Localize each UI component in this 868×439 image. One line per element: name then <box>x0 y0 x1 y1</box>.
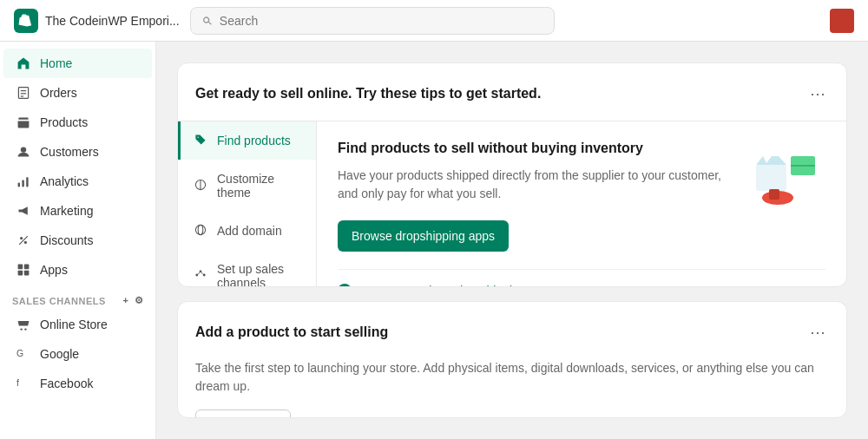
settings-sales-channel-icon[interactable]: ⚙ <box>135 295 144 306</box>
tip-cta-button[interactable]: Browse dropshipping apps <box>338 220 509 252</box>
tip-customize-label: Customize theme <box>217 172 302 200</box>
orders-icon <box>16 85 31 101</box>
tip-active-description: Have your products shipped directly from… <box>338 167 721 203</box>
tip-sales-label: Set up sales channels <box>217 262 302 287</box>
sidebar-item-apps[interactable]: Apps <box>3 255 152 285</box>
sidebar-item-marketing[interactable]: Marketing <box>3 196 152 226</box>
google-icon: G <box>16 346 31 362</box>
shopify-logo <box>14 9 38 33</box>
tip-learn-more-link[interactable]: i Learn more about dropshipping <box>338 269 825 286</box>
svg-rect-14 <box>24 271 30 276</box>
sidebar-item-orders[interactable]: Orders <box>3 78 152 108</box>
sidebar-analytics-label: Analytics <box>40 174 89 188</box>
facebook-label: Facebook <box>40 377 93 390</box>
product-more-button[interactable]: ⋯ <box>806 319 829 345</box>
customize-icon <box>194 179 208 193</box>
tag-icon <box>194 134 208 147</box>
svg-marker-31 <box>756 156 786 165</box>
sidebar-item-google[interactable]: G Google <box>3 339 152 369</box>
info-icon: i <box>338 284 352 286</box>
product-card-description: Take the first step to launching your st… <box>195 359 829 396</box>
avatar[interactable] <box>830 9 854 33</box>
sidebar-item-discounts[interactable]: Discounts <box>3 226 152 255</box>
svg-rect-5 <box>18 183 20 187</box>
domain-icon <box>194 224 208 238</box>
top-nav: The CodeinWP Empori... <box>0 0 868 42</box>
search-input[interactable] <box>220 14 543 28</box>
svg-line-27 <box>201 272 203 275</box>
sidebar-item-products[interactable]: Products <box>3 108 152 137</box>
tip-text: Find products to sell without buying inv… <box>338 139 721 252</box>
svg-line-26 <box>198 272 200 275</box>
tip-item-find-products[interactable]: Find products <box>178 121 316 160</box>
sidebar-item-home[interactable]: Home <box>3 49 152 78</box>
sidebar-orders-label: Orders <box>40 86 77 100</box>
sidebar: Home Orders Products Customers Analytics <box>0 42 156 439</box>
svg-point-23 <box>195 274 198 277</box>
discounts-icon <box>16 233 31 248</box>
google-label: Google <box>40 347 79 361</box>
add-sales-channel-icon[interactable]: + <box>123 295 129 306</box>
svg-text:f: f <box>16 378 19 388</box>
tips-more-button[interactable]: ⋯ <box>806 81 829 107</box>
product-card: Add a product to start selling ⋯ Take th… <box>177 301 847 418</box>
sidebar-discounts-label: Discounts <box>40 233 93 247</box>
sales-channels-section: SALES CHANNELS + ⚙ <box>0 285 155 310</box>
sidebar-products-label: Products <box>40 115 88 129</box>
search-bar[interactable] <box>190 7 555 35</box>
product-card-title: Add a product to start selling <box>195 324 388 340</box>
tip-link-label: Learn more about dropshipping <box>357 284 526 286</box>
svg-rect-30 <box>756 165 786 191</box>
svg-rect-11 <box>18 265 23 270</box>
svg-rect-6 <box>22 180 23 187</box>
sidebar-marketing-label: Marketing <box>40 204 93 218</box>
customers-icon <box>16 144 31 160</box>
svg-text:G: G <box>16 349 23 358</box>
search-icon <box>201 15 213 27</box>
tip-item-add-domain[interactable]: Add domain <box>178 212 316 250</box>
svg-point-22 <box>198 225 203 234</box>
sales-icon <box>194 269 208 283</box>
svg-rect-7 <box>26 177 28 187</box>
tip-domain-label: Add domain <box>217 224 282 238</box>
tip-content: Find products to sell without buying inv… <box>317 121 846 287</box>
tips-sidebar: Find products Customize theme Add domain <box>178 121 317 287</box>
marketing-icon <box>16 203 31 219</box>
add-product-button[interactable]: Add product <box>195 410 291 418</box>
product-card-body: Take the first step to launching your st… <box>178 359 846 418</box>
store-icon <box>16 317 31 332</box>
tip-illustration <box>739 139 825 212</box>
svg-point-4 <box>21 147 26 152</box>
tip-find-products-label: Find products <box>217 134 291 147</box>
svg-rect-13 <box>18 271 23 276</box>
sidebar-customers-label: Customers <box>40 145 99 159</box>
store-branding: The CodeinWP Empori... <box>14 9 180 33</box>
sidebar-home-label: Home <box>40 56 72 70</box>
sidebar-item-analytics[interactable]: Analytics <box>3 167 152 196</box>
content-area: Get ready to sell online. Try these tips… <box>156 42 868 439</box>
tip-item-customize-theme[interactable]: Customize theme <box>178 160 316 212</box>
svg-rect-35 <box>769 189 779 200</box>
sidebar-item-online-store[interactable]: Online Store <box>3 310 152 339</box>
svg-point-15 <box>20 328 22 330</box>
svg-point-8 <box>20 237 23 239</box>
section-actions: + ⚙ <box>123 295 143 306</box>
svg-point-9 <box>24 241 27 244</box>
svg-point-25 <box>203 274 206 277</box>
tip-item-setup-sales[interactable]: Set up sales channels <box>178 250 316 287</box>
apps-icon <box>16 262 31 278</box>
main-layout: Home Orders Products Customers Analytics <box>0 42 868 439</box>
svg-point-21 <box>195 225 205 234</box>
tip-content-inner: Find products to sell without buying inv… <box>338 139 825 252</box>
home-icon <box>16 56 31 71</box>
svg-point-16 <box>24 328 26 330</box>
sidebar-item-customers[interactable]: Customers <box>3 137 152 167</box>
product-card-header: Add a product to start selling ⋯ <box>178 302 846 359</box>
store-name: The CodeinWP Empori... <box>45 14 180 28</box>
sidebar-item-facebook[interactable]: f Facebook <box>3 369 152 398</box>
online-store-label: Online Store <box>40 318 108 331</box>
tips-card: Get ready to sell online. Try these tips… <box>177 62 847 287</box>
tips-layout: Find products Customize theme Add domain <box>178 121 846 287</box>
tips-card-title: Get ready to sell online. Try these tips… <box>195 86 541 102</box>
sidebar-apps-label: Apps <box>40 263 68 277</box>
